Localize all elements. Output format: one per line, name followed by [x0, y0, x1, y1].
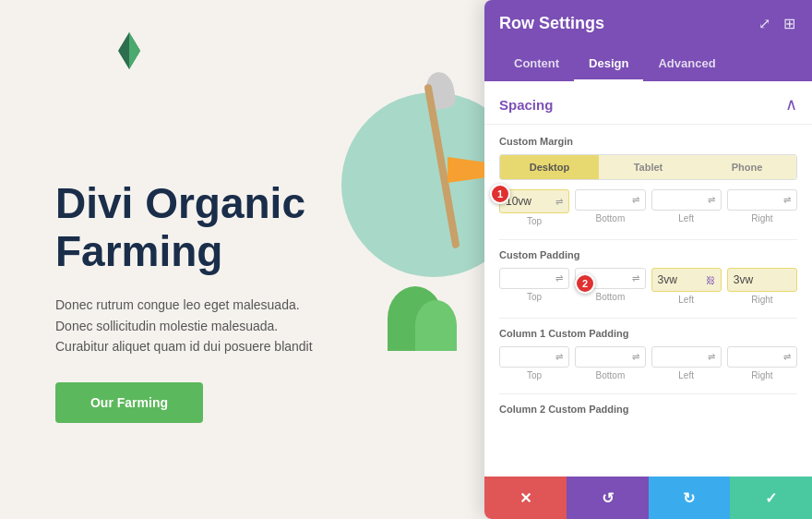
spacing-section-toggle[interactable]: ∧ [785, 94, 797, 115]
panel-tabs: Content Design Advanced [484, 47, 812, 81]
margin-left-input[interactable]: ⇌ [651, 189, 722, 211]
undo-button[interactable]: ↺ [567, 477, 649, 519]
col2-padding-group: Column 2 Custom Padding [499, 404, 797, 415]
padding-left-label: Left [678, 295, 694, 305]
padding-left-cell: 3vw ⛓ Left [651, 268, 722, 305]
plant-2 [415, 300, 457, 351]
redo-button[interactable]: ↻ [649, 477, 731, 519]
margin-top-link-icon: ⇌ [555, 197, 563, 207]
divider-3 [499, 393, 797, 394]
col1-bottom-link-icon: ⇌ [632, 352, 639, 362]
padding-bottom-label: Bottom [596, 292, 626, 302]
col1-right-cell: ⇌ Right [727, 346, 797, 380]
custom-margin-group: Custom Margin Desktop Tablet Phone 1 10v… [499, 136, 797, 226]
device-tab-phone[interactable]: Phone [698, 155, 796, 179]
panel-footer: ✕ ↺ ↻ ✓ [484, 477, 812, 519]
padding-left-value: 3vw [658, 273, 702, 286]
cancel-button[interactable]: ✕ [484, 477, 567, 519]
custom-padding-label: Custom Padding [499, 249, 797, 260]
spacing-section-title: Spacing [499, 97, 553, 113]
col1-right-label: Right [751, 370, 772, 380]
padding-left-input[interactable]: 3vw ⛓ [651, 268, 722, 292]
padding-top-link-icon: ⇌ [555, 273, 563, 284]
col1-padding-input-row: ⇌ Top ⇌ Bottom ⇌ [499, 346, 797, 380]
panel-title: Row Settings [499, 14, 604, 33]
col1-bottom-cell: ⇌ Bottom [575, 346, 645, 380]
panel-header-icons: ⤢ ⊞ [757, 13, 797, 34]
col1-top-link-icon: ⇌ [555, 352, 563, 362]
padding-right-input[interactable]: 3vw [727, 268, 797, 292]
padding-right-label: Right [751, 295, 772, 305]
hero-description: Donec rutrum congue leo eget malesuada. … [55, 295, 314, 356]
margin-left-label: Left [678, 213, 694, 223]
tab-advanced[interactable]: Advanced [643, 47, 730, 81]
padding-left-link-icon: ⛓ [706, 275, 715, 285]
margin-right-label: Right [751, 213, 772, 223]
fullscreen-icon[interactable]: ⤢ [757, 13, 772, 34]
margin-left-link-icon: ⇌ [708, 195, 715, 205]
spacing-section-header: Spacing ∧ [484, 81, 812, 125]
save-button[interactable]: ✓ [730, 477, 812, 519]
tab-design[interactable]: Design [574, 47, 643, 81]
layout-icon[interactable]: ⊞ [782, 13, 797, 34]
margin-left-cell: ⇌ Left [651, 189, 722, 226]
col1-left-label: Left [678, 370, 694, 380]
spacing-content: Custom Margin Desktop Tablet Phone 1 10v… [484, 125, 812, 439]
col1-left-cell: ⇌ Left [651, 346, 722, 380]
col1-padding-group: Column 1 Custom Padding ⇌ Top ⇌ [499, 328, 797, 380]
col1-right-input[interactable]: ⇌ [727, 346, 797, 368]
device-tabs-margin: Desktop Tablet Phone [499, 154, 797, 180]
col1-left-input[interactable]: ⇌ [651, 346, 722, 368]
margin-right-cell: ⇌ Right [727, 189, 797, 226]
divider-1 [499, 239, 797, 240]
col2-padding-label: Column 2 Custom Padding [499, 404, 797, 415]
padding-top-label: Top [527, 292, 542, 302]
custom-padding-group: Custom Padding 2 ⇌ Top ⇌ [499, 249, 797, 305]
margin-top-value: 10vw [506, 195, 552, 208]
col1-bottom-label: Bottom [596, 370, 626, 380]
row-settings-panel: Row Settings ⤢ ⊞ Content Design Advanced… [484, 0, 812, 519]
padding-top-input[interactable]: ⇌ [499, 268, 569, 289]
badge-2: 2 [575, 273, 595, 294]
col1-right-link-icon: ⇌ [783, 352, 791, 362]
panel-body: Spacing ∧ Custom Margin Desktop Tablet P… [484, 81, 812, 477]
col1-top-cell: ⇌ Top [499, 346, 569, 380]
margin-right-link-icon: ⇌ [783, 195, 791, 205]
margin-top-label: Top [527, 216, 542, 226]
badge-1: 1 [490, 184, 510, 204]
margin-bottom-label: Bottom [596, 213, 626, 223]
col1-padding-label: Column 1 Custom Padding [499, 328, 797, 339]
padding-top-cell: ⇌ Top [499, 268, 569, 305]
margin-right-input[interactable]: ⇌ [727, 189, 797, 211]
custom-margin-label: Custom Margin [499, 136, 797, 147]
col1-left-link-icon: ⇌ [708, 352, 715, 362]
col1-top-input[interactable]: ⇌ [499, 346, 569, 368]
padding-input-row: ⇌ Top ⇌ Bottom 3vw ⛓ [499, 268, 797, 305]
tab-content[interactable]: Content [499, 47, 574, 81]
cta-button[interactable]: Our Farming [55, 382, 203, 423]
padding-right-cell: 3vw Right [727, 268, 797, 305]
device-tab-tablet[interactable]: Tablet [599, 155, 698, 179]
margin-input-row: 10vw ⇌ Top ⇌ Bottom [499, 189, 797, 226]
margin-bottom-cell: ⇌ Bottom [575, 189, 645, 226]
logo [111, 28, 148, 78]
col1-top-label: Top [527, 370, 542, 380]
padding-right-value: 3vw [734, 273, 791, 286]
col1-bottom-input[interactable]: ⇌ [575, 346, 645, 368]
panel-header: Row Settings ⤢ ⊞ [484, 0, 812, 47]
divider-2 [499, 318, 797, 319]
padding-bottom-link-icon: ⇌ [632, 273, 639, 284]
device-tab-desktop[interactable]: Desktop [500, 155, 599, 179]
margin-bottom-link-icon: ⇌ [632, 195, 639, 205]
margin-bottom-input[interactable]: ⇌ [575, 189, 645, 211]
